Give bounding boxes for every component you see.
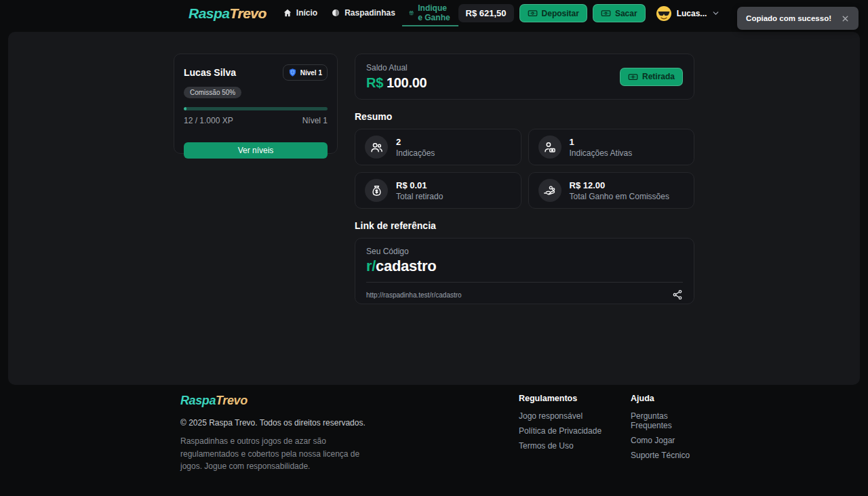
stats-grid: 2 Indicações 1 Indicações Ativas [355, 129, 694, 209]
xp-progress-fill [184, 107, 186, 110]
wallet-balance: R$ 621,50 [458, 4, 514, 22]
referral-code-label: Seu Código [366, 247, 683, 256]
xp-progress-bar [184, 107, 328, 110]
chevron-down-icon [711, 9, 720, 18]
coin-icon [331, 8, 340, 18]
balance-label: Saldo Atual [366, 63, 427, 73]
withdraw-button[interactable]: Sacar [593, 4, 646, 22]
level-badge-label: Nível 1 [300, 69, 322, 77]
summary-title: Resumo [355, 111, 694, 122]
share-icon[interactable] [672, 289, 683, 300]
referral-code-prefix: r/ [366, 257, 376, 274]
nav-label: Raspadinhas [344, 8, 395, 18]
toast-message: Copiado com sucesso! [746, 14, 831, 22]
user-name: Lucas... [677, 9, 707, 18]
deposit-label: Depositar [542, 9, 579, 18]
stat-label: Indicações Ativas [570, 148, 633, 158]
stat-value: R$ 0.01 [396, 180, 443, 190]
footer-link-termos-uso[interactable]: Termos de Uso [519, 441, 601, 451]
header-right-group: R$ 621,50 Depositar Sacar Lucas... [458, 0, 721, 26]
brand-logo[interactable]: RaspaTrevo [189, 0, 267, 26]
referral-title: Link de referência [355, 220, 694, 231]
deposit-button[interactable]: Depositar [519, 4, 587, 22]
toast-notification: Copiado com sucesso! [737, 7, 859, 30]
footer-column-ajuda: Ajuda Perguntas Frequentes Como Jogar Su… [631, 394, 694, 466]
referral-card: Seu Código r/cadastro http://raspadinha.… [355, 238, 694, 304]
level-text: Nível 1 [302, 116, 328, 125]
nav-item-inicio[interactable]: Início [276, 0, 324, 26]
stat-value: 1 [570, 137, 633, 147]
footer-column-title: Regulamentos [519, 394, 601, 403]
footer: RaspaTrevo © 2025 Raspa Trevo. Todos os … [0, 385, 868, 496]
footer-column-title: Ajuda [631, 394, 694, 403]
stat-label: Indicações [396, 148, 435, 158]
logo-part-raspa: Raspa [189, 5, 230, 22]
xp-text: 12 / 1.000 XP [184, 116, 233, 125]
stat-value: 2 [396, 137, 435, 147]
nav-label: Início [296, 8, 317, 18]
nav-item-raspadinhas[interactable]: Raspadinhas [324, 0, 402, 26]
stat-value: R$ 12.00 [570, 180, 669, 190]
logo-part-raspa: Raspa [180, 394, 216, 407]
logo-part-trevo: Trevo [230, 5, 267, 22]
divider [366, 282, 683, 283]
currency-symbol: R$ [366, 75, 383, 90]
banknote-icon [601, 8, 611, 18]
withdraw-label: Sacar [615, 9, 637, 18]
profile-card: Lucas Silva Nível 1 Comissão 50% 12 / 1.… [174, 54, 338, 154]
nav-item-indique-e-ganhe[interactable]: Indique e Ganhe [402, 0, 458, 26]
user-money-icon [543, 141, 556, 154]
stat-card-indicacoes-ativas: 1 Indicações Ativas [528, 129, 695, 165]
users-icon [370, 141, 383, 154]
footer-link-jogo-responsavel[interactable]: Jogo responsável [519, 411, 601, 421]
stat-label: Total retirado [396, 192, 443, 201]
withdrawal-label: Retirada [642, 72, 675, 81]
footer-link-perguntas-frequentes[interactable]: Perguntas Frequentes [631, 411, 694, 430]
commission-badge: Comissão 50% [184, 87, 241, 98]
banknote-icon [628, 72, 638, 82]
right-column: Saldo Atual R$100.00 Retirada Resumo [355, 54, 694, 304]
page-content: Lucas Silva Nível 1 Comissão 50% 12 / 1.… [174, 54, 694, 304]
logo-part-trevo: Trevo [216, 394, 248, 407]
footer-link-como-jogar[interactable]: Como Jogar [631, 436, 694, 445]
stat-card-total-comissoes: R$ 12.00 Total Ganho em Comissões [528, 172, 695, 209]
footer-logo: RaspaTrevo [180, 394, 377, 408]
footer-copyright: © 2025 Raspa Trevo. Todos os direitos re… [180, 418, 377, 428]
balance-amount: R$100.00 [366, 75, 427, 91]
referral-code-text: cadastro [376, 257, 436, 274]
withdrawal-button[interactable]: Retirada [620, 68, 683, 86]
close-icon[interactable] [841, 14, 850, 23]
money-bag-icon [370, 184, 383, 197]
main-nav: Início Raspadinhas Indique e Ganhe [276, 0, 458, 26]
footer-disclaimer: Raspadinhas e outros jogos de azar são r… [180, 435, 370, 473]
home-icon [283, 8, 292, 18]
view-levels-button[interactable]: Ver níveis [184, 142, 328, 159]
main-panel: Lucas Silva Nível 1 Comissão 50% 12 / 1.… [8, 32, 860, 385]
banknote-icon [528, 8, 538, 18]
balance-card: Saldo Atual R$100.00 Retirada [355, 54, 694, 100]
profile-name: Lucas Silva [184, 67, 236, 78]
hand-coins-icon [543, 184, 556, 197]
avatar [656, 5, 672, 22]
user-menu[interactable]: Lucas... [656, 5, 721, 22]
stat-card-total-retirado: R$ 0.01 Total retirado [355, 172, 521, 209]
level-badge: Nível 1 [283, 64, 328, 81]
footer-link-politica-privacidade[interactable]: Política de Privacidade [519, 426, 601, 436]
nav-label: Indique e Ganhe [418, 3, 451, 22]
referral-code: r/cadastro [366, 257, 683, 275]
amount-value: 100.00 [387, 75, 427, 90]
stat-label: Total Ganho em Comissões [570, 192, 669, 201]
shield-icon [288, 68, 297, 77]
footer-column-regulamentos: Regulamentos Jogo responsável Política d… [519, 394, 601, 456]
referral-url: http://raspadinha.test/r/cadastro [366, 291, 462, 299]
footer-link-suporte-tecnico[interactable]: Suporte Técnico [631, 451, 694, 460]
stat-card-indicacoes: 2 Indicações [355, 129, 521, 165]
gift-icon [409, 8, 414, 18]
